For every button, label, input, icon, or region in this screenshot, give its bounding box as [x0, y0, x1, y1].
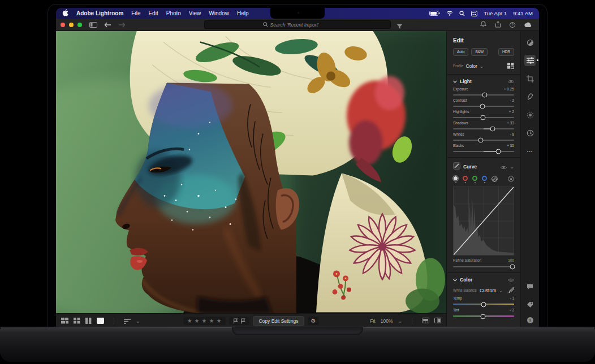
- color-collapse-chevron-icon[interactable]: [453, 279, 457, 281]
- temp-slider-track[interactable]: [453, 304, 514, 305]
- copy-edit-settings-button[interactable]: Copy Edit Settings: [253, 316, 304, 326]
- keywords-tag-icon[interactable]: [524, 299, 536, 310]
- apple-menu-icon[interactable]: [62, 9, 68, 18]
- tone-curve-graph[interactable]: [453, 187, 514, 255]
- color-section-title[interactable]: Color: [460, 277, 472, 283]
- battery-icon[interactable]: [429, 11, 440, 16]
- star-icon[interactable]: ★: [202, 318, 208, 324]
- auto-button[interactable]: Auto: [453, 48, 468, 56]
- status-date[interactable]: Tue Apr 1: [484, 10, 507, 16]
- star-icon[interactable]: ★: [209, 318, 215, 324]
- slider-knob[interactable]: [480, 104, 485, 109]
- flag-reject-icon[interactable]: [240, 318, 245, 324]
- menu-window[interactable]: Window: [209, 10, 229, 16]
- zoom-fit-label[interactable]: Fit: [370, 318, 375, 324]
- status-time[interactable]: 9:41 AM: [513, 10, 533, 16]
- zoom-window-button[interactable]: [77, 23, 82, 27]
- menu-file[interactable]: File: [131, 10, 140, 16]
- curve-visibility-eye-icon[interactable]: [501, 162, 507, 172]
- white-balance-chevron-icon[interactable]: ⌄: [499, 289, 503, 292]
- slider-knob[interactable]: [480, 314, 485, 319]
- tone-curve-icon[interactable]: [453, 162, 460, 172]
- notifications-bell-icon[interactable]: [480, 20, 486, 30]
- more-tools-icon[interactable]: •••: [524, 145, 536, 157]
- slider-knob[interactable]: [490, 127, 495, 132]
- versions-clock-icon[interactable]: [524, 127, 536, 138]
- slider-knob[interactable]: [482, 93, 488, 98]
- channel-red-dot[interactable]: [463, 176, 468, 181]
- masking-icon[interactable]: [524, 109, 536, 120]
- star-icon[interactable]: ★: [187, 318, 193, 324]
- back-arrow-icon[interactable]: [104, 22, 111, 28]
- slider-knob[interactable]: [480, 115, 485, 120]
- curve-section-title[interactable]: Curve: [463, 164, 477, 170]
- zoom-chevron-icon[interactable]: ⌄: [398, 319, 402, 323]
- slider-track[interactable]: [453, 117, 514, 118]
- close-window-button[interactable]: [61, 23, 65, 27]
- curve-reset-icon[interactable]: [508, 176, 514, 182]
- menu-app-name[interactable]: Adobe Lightroom: [76, 10, 123, 16]
- photo-grid-view-icon[interactable]: [61, 316, 68, 326]
- info-icon[interactable]: i: [527, 317, 533, 323]
- sort-icon[interactable]: [124, 316, 131, 326]
- slider-track[interactable]: [453, 140, 514, 141]
- curve-channel-point[interactable]: [491, 176, 498, 182]
- menu-photo[interactable]: Photo: [166, 10, 181, 16]
- slider-knob[interactable]: [510, 265, 515, 270]
- flag-pick-icon[interactable]: [232, 318, 238, 324]
- settings-gear-icon[interactable]: ⚙: [308, 317, 318, 325]
- search-input[interactable]: [270, 22, 333, 28]
- light-collapse-chevron-icon[interactable]: [453, 80, 457, 83]
- profile-browser-icon[interactable]: [507, 63, 514, 69]
- edit-sliders-icon[interactable]: [524, 55, 536, 66]
- square-grid-view-icon[interactable]: [74, 316, 80, 326]
- menu-help[interactable]: Help: [237, 10, 249, 16]
- presets-icon[interactable]: [524, 37, 536, 48]
- share-icon[interactable]: [495, 20, 501, 30]
- forward-arrow-icon[interactable]: [118, 22, 126, 28]
- photo-canvas[interactable]: [56, 31, 446, 313]
- before-after-icon[interactable]: [434, 318, 441, 324]
- bw-button[interactable]: B&W: [471, 48, 488, 56]
- crop-icon[interactable]: [524, 73, 536, 84]
- color-visibility-eye-icon[interactable]: [508, 278, 514, 282]
- eyedropper-icon[interactable]: [508, 287, 514, 293]
- cloud-sync-icon[interactable]: [524, 20, 532, 30]
- wifi-icon[interactable]: [446, 11, 453, 16]
- channel-green-dot[interactable]: [472, 176, 477, 181]
- spotlight-search-icon[interactable]: [459, 11, 465, 16]
- curve-channel-red[interactable]: [463, 176, 468, 183]
- help-icon[interactable]: ?: [510, 22, 515, 28]
- slider-knob[interactable]: [478, 138, 483, 143]
- filter-funnel-icon[interactable]: [396, 21, 403, 32]
- slider-track[interactable]: [453, 128, 514, 129]
- comments-icon[interactable]: [524, 281, 536, 292]
- curve-collapse-chevron-icon[interactable]: ⌄: [510, 165, 514, 168]
- healing-icon[interactable]: [524, 91, 536, 102]
- detail-view-icon[interactable]: [97, 316, 104, 326]
- sort-chevron-icon[interactable]: ⌄: [136, 319, 140, 323]
- curve-channel-all[interactable]: [453, 176, 458, 183]
- light-section-title[interactable]: Light: [460, 79, 472, 84]
- star-rating[interactable]: ★ ★ ★ ★ ★: [184, 317, 226, 325]
- curve-channel-blue[interactable]: [482, 176, 487, 183]
- slider-track[interactable]: [453, 106, 514, 107]
- slider-knob[interactable]: [481, 302, 486, 307]
- menu-edit[interactable]: Edit: [148, 10, 158, 16]
- profile-chevron-icon[interactable]: ⌄: [480, 64, 484, 68]
- tint-slider-track[interactable]: [453, 315, 514, 317]
- channel-blue-dot[interactable]: [482, 176, 487, 181]
- channel-all-dot[interactable]: [453, 176, 458, 181]
- curve-channel-green[interactable]: [472, 176, 477, 183]
- control-center-icon[interactable]: [471, 11, 477, 16]
- white-balance-value[interactable]: Custom: [480, 288, 496, 293]
- star-icon[interactable]: ★: [217, 318, 222, 324]
- compare-view-icon[interactable]: [85, 316, 92, 326]
- profile-value[interactable]: Color: [465, 63, 477, 69]
- star-icon[interactable]: ★: [195, 318, 200, 324]
- flag-controls[interactable]: [229, 317, 249, 325]
- refine-saturation-track[interactable]: [453, 266, 514, 267]
- slider-track[interactable]: [453, 94, 514, 96]
- light-visibility-eye-icon[interactable]: [508, 80, 514, 84]
- slider-knob[interactable]: [495, 149, 501, 154]
